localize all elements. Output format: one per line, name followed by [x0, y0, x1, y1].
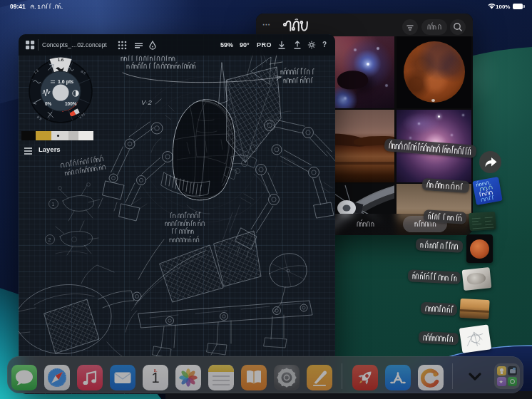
svg-text:1: 1 — [38, 4, 41, 10]
